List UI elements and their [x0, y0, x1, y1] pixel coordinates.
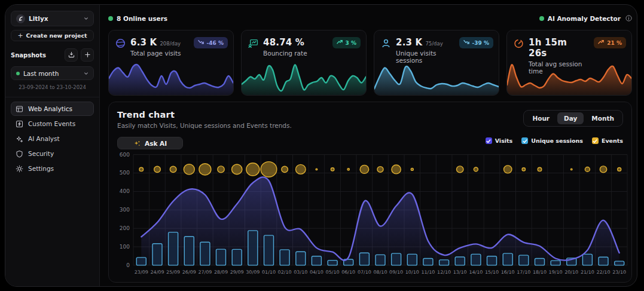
- snapshots-label: Snapshots: [11, 52, 62, 59]
- export-snapshot-button[interactable]: [65, 48, 78, 62]
- svg-text:24/09: 24/09: [150, 269, 164, 275]
- svg-text:400: 400: [120, 188, 130, 194]
- chevron-down-icon: [84, 16, 88, 21]
- trend-down-icon: [198, 39, 205, 47]
- time-range-tabs: Hour Day Month: [523, 110, 623, 127]
- shield-icon: [16, 150, 23, 158]
- green-dot-icon: [539, 16, 544, 21]
- main-content: 8 Online users AI Anomaly Detector: [100, 5, 637, 286]
- svg-text:15/10: 15/10: [485, 269, 499, 275]
- presentation-chart-icon: [248, 38, 258, 48]
- trend-down-icon: [463, 39, 470, 47]
- sidebar-item-label: Web Analytics: [28, 105, 72, 112]
- svg-text:28/09: 28/09: [214, 269, 228, 275]
- sidebar-item-label: Security: [28, 150, 54, 157]
- project-selector[interactable]: Litlyx: [11, 11, 94, 26]
- svg-text:04/10: 04/10: [310, 269, 323, 275]
- trend-badge-value: 3 %: [346, 40, 356, 46]
- svg-text:11/10: 11/10: [421, 269, 435, 275]
- svg-text:600: 600: [120, 152, 130, 158]
- sidebar-item-custom-events[interactable]: Custom Events: [11, 117, 94, 131]
- stat-card-avg-session-time: 1h 15m 26s Total avg session time 21 %: [506, 30, 632, 96]
- svg-text:27/09: 27/09: [198, 269, 212, 275]
- topbar: 8 Online users AI Anomaly Detector: [108, 5, 632, 30]
- stat-card-unique-visits: 2.3 K 75/day Unique visits sessions -39 …: [374, 30, 499, 96]
- svg-text:18/10: 18/10: [533, 269, 547, 275]
- svg-text:10/10: 10/10: [405, 269, 419, 275]
- svg-text:200: 200: [120, 225, 130, 231]
- create-project-button[interactable]: + Create new project: [11, 30, 94, 41]
- trend-badge: -39 %: [459, 37, 493, 48]
- svg-text:22/10: 22/10: [596, 269, 610, 275]
- plus-icon: +: [17, 32, 23, 39]
- legend-item-visits[interactable]: Visits: [486, 137, 513, 144]
- legend-item-unique-sessions[interactable]: Unique sessions: [521, 137, 583, 144]
- ai-anomaly-detector[interactable]: AI Anomaly Detector: [539, 15, 632, 22]
- chart-legend: Visits Unique sessions Events: [486, 137, 623, 144]
- svg-text:17/10: 17/10: [517, 269, 530, 275]
- app-window: Litlyx + Create new project Snapshots: [5, 4, 637, 287]
- project-name: Litlyx: [29, 15, 80, 22]
- gear-icon: [16, 165, 23, 173]
- create-project-label: Create new project: [26, 32, 87, 39]
- add-snapshot-button[interactable]: [81, 48, 94, 62]
- stat-card-bouncing-rate: 48.74 % Bouncing rate 3 %: [241, 30, 367, 96]
- stat-card-total-page-visits: 6.3 K 208/day Total page visits -46 %: [108, 30, 234, 96]
- trend-badge-value: -46 %: [207, 40, 224, 46]
- svg-text:05/10: 05/10: [326, 269, 340, 275]
- plus-icon: [84, 51, 91, 60]
- online-users-label: 8 Online users: [117, 15, 167, 22]
- stat-label: Bouncing rate: [263, 50, 307, 57]
- stat-label: Total page visits: [130, 50, 181, 57]
- stat-value: 48.74 %: [263, 37, 304, 48]
- sidebar-item-web-analytics[interactable]: Web Analytics: [11, 102, 94, 116]
- chevron-down-icon: [84, 71, 88, 76]
- svg-text:300: 300: [120, 207, 130, 213]
- svg-text:19/10: 19/10: [549, 269, 563, 275]
- sidebar-item-label: Settings: [28, 165, 54, 172]
- svg-text:21/10: 21/10: [581, 269, 594, 275]
- trend-up-icon: [598, 39, 605, 47]
- trend-up-icon: [337, 39, 343, 47]
- stat-cards: 6.3 K 208/day Total page visits -46 %: [108, 30, 632, 96]
- sparkline-chart: [507, 62, 631, 95]
- svg-text:07/10: 07/10: [358, 269, 371, 275]
- checkbox-checked-icon[interactable]: [592, 137, 599, 144]
- legend-label: Visits: [495, 137, 513, 144]
- ask-ai-button[interactable]: Ask AI: [117, 137, 183, 149]
- svg-text:30/09: 30/09: [246, 269, 260, 275]
- legend-label: Events: [602, 137, 623, 144]
- sidebar-item-security[interactable]: Security: [11, 146, 94, 161]
- tab-hour[interactable]: Hour: [526, 112, 556, 124]
- sparkline-chart: [374, 62, 499, 95]
- tab-month[interactable]: Month: [585, 112, 621, 124]
- sidebar-item-label: Custom Events: [28, 120, 75, 127]
- svg-text:13/10: 13/10: [453, 269, 467, 275]
- snapshot-date-range: 23-09-2024 to 23-10-2024: [11, 84, 94, 90]
- svg-text:100: 100: [120, 244, 130, 250]
- snapshot-range-selector[interactable]: Last month: [11, 66, 94, 80]
- svg-text:14/10: 14/10: [469, 269, 483, 275]
- svg-text:06/10: 06/10: [341, 269, 355, 275]
- globe-icon: [115, 38, 126, 48]
- trend-badge-value: -39 %: [472, 40, 489, 46]
- trend-badge: 21 %: [594, 37, 626, 48]
- svg-text:25/09: 25/09: [166, 269, 180, 275]
- trend-chart-panel: Trend chart Easily match Visits, Unique …: [108, 102, 632, 283]
- info-icon[interactable]: [625, 15, 632, 22]
- trend-chart[interactable]: 0 100 200 300 400 500 60023/0924/0925/09…: [113, 150, 630, 279]
- user-icon: [381, 38, 391, 48]
- sidebar-item-settings[interactable]: Settings: [11, 161, 94, 176]
- ask-ai-label: Ask AI: [145, 140, 167, 147]
- checkbox-checked-icon[interactable]: [486, 137, 492, 144]
- sidebar-item-ai-analyst[interactable]: AI Analyst: [11, 131, 94, 146]
- checkbox-checked-icon[interactable]: [521, 137, 528, 144]
- svg-text:16/10: 16/10: [501, 269, 515, 275]
- tab-day[interactable]: Day: [557, 112, 584, 124]
- legend-item-events[interactable]: Events: [592, 137, 623, 144]
- svg-text:23/09: 23/09: [135, 269, 148, 275]
- sidebar-item-label: AI Analyst: [28, 135, 60, 142]
- svg-text:02/10: 02/10: [278, 269, 292, 275]
- online-users-status: 8 Online users: [108, 15, 167, 22]
- stat-per-day: 208/day: [160, 41, 181, 47]
